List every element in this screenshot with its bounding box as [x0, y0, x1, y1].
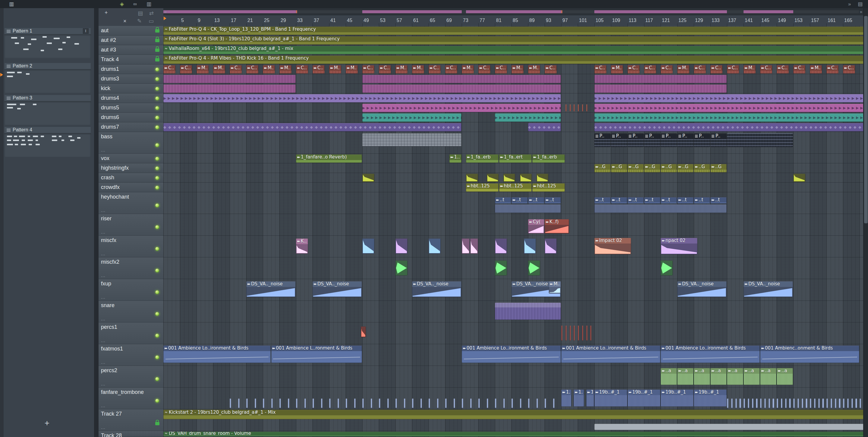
clip[interactable] [263, 399, 264, 408]
audio-clip[interactable]: ▸▸..a [760, 368, 776, 385]
playlist-grid[interactable]: ≈FabFilter Pro-Q 4 - CK_Top_Loop_13_120_… [163, 26, 863, 437]
track-name[interactable]: highstringfx [101, 165, 129, 171]
clip[interactable] [586, 325, 587, 341]
track-row-drums1[interactable]: drums1 [98, 64, 163, 74]
delete-icon[interactable]: × [123, 18, 127, 25]
audio-clip[interactable]: ▸▸M..1 [549, 281, 561, 293]
clip[interactable] [362, 174, 374, 182]
clip[interactable] [781, 399, 782, 408]
audio-clip[interactable]: ▸▸..t [594, 197, 611, 204]
audio-clip[interactable]: ▸▸M.. [346, 65, 358, 73]
audio-clip[interactable]: ▸▸DS_VA.._noise [677, 281, 727, 297]
audio-clip[interactable]: ▸▸1.. [574, 389, 584, 407]
audio-clip[interactable]: ▸▸..t [495, 197, 511, 204]
clip[interactable] [528, 399, 530, 408]
audio-clip[interactable]: ▸▸C.. [843, 65, 855, 73]
audio-clip[interactable]: ▸▸M.. [677, 65, 689, 73]
track-row-riser[interactable]: riser... [98, 214, 163, 236]
clip[interactable] [470, 399, 472, 408]
audio-clip[interactable]: ▸▸M.. [512, 65, 524, 73]
audio-clip[interactable]: ▸▸M.. [329, 65, 341, 73]
clip[interactable] [296, 399, 298, 408]
pattern-item-4[interactable]: Pattern 4 [4, 127, 91, 133]
audio-clip[interactable]: ▸▸K..f) [545, 219, 569, 233]
clip[interactable] [594, 204, 727, 213]
clip[interactable] [470, 239, 478, 254]
track-row-Track 4[interactable]: Track 4 [98, 55, 163, 64]
audio-clip[interactable]: ▸▸..a [677, 368, 693, 385]
clip[interactable]: ▶▶▶▶▶▶▶▶▶▶▶▶▶▶▶▶▶▶▶▶▶▶▶▶▶▶▶▶▶▶▶▶▶▶▶▶▶▶▶▶… [594, 113, 863, 122]
audio-clip[interactable]: ▸▸M.. [396, 65, 407, 73]
clip[interactable] [752, 399, 753, 408]
clip[interactable] [478, 399, 480, 408]
pattern-preview[interactable] [4, 101, 91, 125]
playlist-lane[interactable] [163, 214, 863, 236]
clip[interactable] [412, 399, 413, 408]
audio-clip[interactable]: ▸▸C.. [230, 65, 242, 73]
clip[interactable]: ◆◆◆◆◆◆◆◆◆◆ [528, 123, 561, 131]
clip[interactable] [536, 174, 549, 182]
audio-clip[interactable]: ▸▸001 Ambience Lo..ironment & Birds [661, 345, 760, 363]
pattern-clip[interactable]: P.. [694, 133, 710, 147]
audio-clip[interactable]: ▸▸C.. [760, 65, 772, 73]
automation-clip[interactable]: ≈DS_VAH_drum_snare_room - Volume [163, 432, 863, 436]
clip[interactable] [739, 399, 741, 408]
track-row-aut[interactable]: aut [98, 26, 163, 36]
track-name[interactable]: miscfx2 [101, 259, 119, 265]
track-led[interactable] [155, 125, 159, 129]
audio-clip[interactable]: ▸▸..t [677, 197, 693, 204]
picker-columns-icon[interactable]: ▥ [147, 1, 151, 7]
clip[interactable] [594, 84, 727, 93]
pattern-preview[interactable] [4, 34, 91, 58]
audio-clip[interactable]: ▸▸..t [545, 197, 561, 204]
clip[interactable] [839, 399, 840, 408]
clip[interactable] [822, 399, 824, 408]
track-row-bass[interactable]: bass... [98, 132, 163, 154]
track-row-crash[interactable]: crash [98, 173, 163, 183]
track-row-crowdfx[interactable]: crowdfx [98, 183, 163, 192]
track-led[interactable] [155, 166, 159, 170]
audio-clip[interactable]: ▸▸1.. [586, 389, 594, 407]
track-row-percs2[interactable]: percs2... [98, 366, 163, 387]
audio-clip[interactable]: ▸▸C.. [777, 65, 789, 73]
audio-clip[interactable]: ▸▸..t [644, 197, 660, 204]
audio-clip[interactable]: ▸▸001 Ambience Lo..ironment & Birds [561, 345, 660, 363]
clip[interactable] [574, 325, 575, 341]
clip[interactable] [731, 399, 733, 408]
add-pattern-button[interactable]: + [0, 418, 94, 428]
clip[interactable] [565, 104, 567, 112]
track-name[interactable]: heyhochant [101, 194, 129, 200]
clip[interactable] [735, 399, 737, 408]
track-led[interactable] [155, 290, 159, 294]
pattern-item-2[interactable]: Pattern 2 [4, 63, 91, 69]
track-name[interactable]: crash [101, 175, 114, 181]
clip[interactable] [304, 399, 306, 408]
clip[interactable] [512, 399, 513, 408]
audio-clip[interactable]: ▸▸C.. [362, 65, 374, 73]
pattern-clip[interactable]: P.. [611, 133, 627, 147]
track-name[interactable]: fxatmos1 [101, 346, 123, 352]
audio-clip[interactable]: ▸▸..a [710, 368, 727, 385]
track-led[interactable] [155, 77, 159, 81]
pattern-badge[interactable]: I [83, 28, 89, 34]
track-row-miscfx[interactable]: miscfx... [98, 236, 163, 257]
audio-clip[interactable]: ▸▸M.. [462, 65, 474, 73]
pattern-preview[interactable] [4, 133, 91, 157]
audio-clip[interactable]: ▸▸M.. [744, 65, 755, 73]
clip[interactable] [793, 399, 795, 408]
vertical-scroll-thumb[interactable] [864, 16, 868, 223]
clip[interactable] [495, 239, 507, 254]
track-led[interactable] [155, 116, 159, 120]
audio-clip[interactable]: ▸▸C.. [246, 65, 258, 73]
clip[interactable] [329, 399, 331, 408]
track-row-drums5[interactable]: drums5 [98, 103, 163, 113]
track-name[interactable]: vox [101, 155, 110, 161]
audio-clip[interactable]: ▸▸C.. [296, 65, 308, 73]
track-name[interactable]: percs1 [101, 324, 117, 330]
clip[interactable] [371, 399, 372, 408]
audio-clip[interactable]: ▸▸C.. [545, 65, 557, 73]
clip[interactable] [727, 133, 793, 147]
clip[interactable] [851, 399, 853, 408]
clip[interactable] [429, 239, 441, 254]
clip[interactable] [748, 399, 749, 408]
